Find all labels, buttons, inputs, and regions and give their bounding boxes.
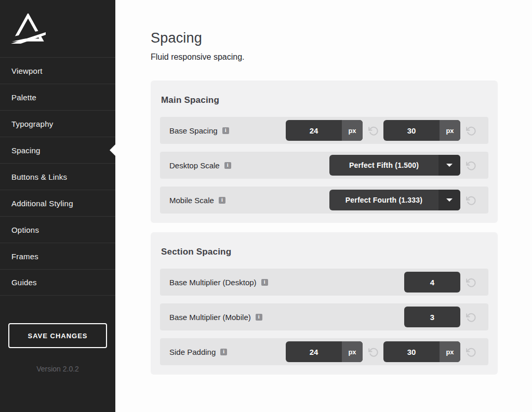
reset-button[interactable] (465, 125, 476, 136)
setting-label: Base Multiplier (Desktop) (169, 278, 257, 287)
sidebar-item-label: Viewport (11, 67, 43, 75)
info-icon[interactable]: i (256, 314, 262, 321)
sidebar: Viewport Palette Typography Spacing Butt… (0, 0, 115, 412)
reset-button[interactable] (465, 194, 476, 206)
unit-label: px (440, 341, 460, 362)
page-title: Spacing (151, 30, 532, 46)
setting-label: Base Spacing (169, 126, 218, 135)
sidebar-item-frames[interactable]: Frames (0, 243, 115, 269)
save-changes-button[interactable]: SAVE CHANGES (8, 323, 107, 348)
setting-row-side-padding: Side Padding i px px (160, 338, 488, 365)
card-title: Main Spacing (161, 95, 488, 105)
sidebar-item-guides[interactable]: Guides (0, 269, 115, 296)
reset-rotate-ccw-icon (466, 312, 476, 323)
info-icon[interactable]: i (220, 349, 227, 355)
sidebar-item-label: Spacing (11, 146, 41, 155)
info-icon[interactable]: i (261, 279, 268, 286)
settings-cards: Main Spacing Base Spacing i px (151, 81, 498, 375)
setting-label: Base Multiplier (Mobile) (169, 313, 251, 322)
page-subtitle: Fluid responsive spacing. (151, 52, 532, 62)
select-value: Perfect Fifth (1.500) (329, 155, 438, 176)
sidebar-item-label: Buttons & Links (11, 172, 67, 181)
base-spacing-desktop-input-group: px (286, 120, 363, 141)
unit-label: px (440, 120, 460, 141)
mobile-scale-select[interactable]: Perfect Fourth (1.333) (329, 190, 460, 210)
sidebar-item-typography[interactable]: Typography (0, 110, 115, 137)
base-spacing-mobile-input[interactable] (383, 120, 440, 141)
side-padding-mobile-input-group: px (383, 341, 460, 362)
reset-button[interactable] (465, 346, 476, 357)
setting-row-mobile-scale: Mobile Scale i Perfect Fourth (1.333) (160, 187, 488, 214)
sidebar-item-buttons-links[interactable]: Buttons & Links (0, 163, 115, 190)
section-spacing-card: Section Spacing Base Multiplier (Desktop… (151, 232, 498, 375)
info-icon[interactable]: i (219, 197, 225, 204)
setting-label: Mobile Scale (169, 196, 214, 205)
base-multiplier-mobile-input[interactable] (404, 307, 460, 327)
chevron-down-icon (438, 190, 460, 210)
sidebar-item-label: Options (11, 225, 39, 234)
reset-rotate-ccw-icon (466, 160, 476, 171)
setting-row-desktop-scale: Desktop Scale i Perfect Fifth (1.500) (160, 152, 488, 179)
triangle-swoosh-logo-icon (9, 14, 47, 46)
sidebar-item-label: Additional Styling (11, 199, 73, 208)
base-spacing-mobile-input-group: px (383, 120, 460, 141)
app-logo (0, 0, 115, 57)
main-spacing-card: Main Spacing Base Spacing i px (151, 81, 498, 223)
desktop-scale-select[interactable]: Perfect Fifth (1.500) (329, 155, 460, 176)
setting-label: Desktop Scale (169, 161, 220, 170)
reset-rotate-ccw-icon (466, 195, 476, 206)
main-content: Spacing Fluid responsive spacing. Main S… (115, 0, 532, 412)
reset-button[interactable] (367, 125, 379, 136)
reset-button[interactable] (465, 276, 476, 288)
sidebar-item-label: Typography (11, 119, 53, 128)
version-label: Version 2.0.2 (0, 365, 115, 373)
sidebar-nav: Viewport Palette Typography Spacing Butt… (0, 57, 115, 296)
sidebar-item-viewport[interactable]: Viewport (0, 57, 115, 84)
reset-rotate-ccw-icon (368, 347, 379, 357)
chevron-down-icon (438, 155, 460, 176)
reset-rotate-ccw-icon (466, 347, 476, 357)
sidebar-item-palette[interactable]: Palette (0, 84, 115, 110)
unit-label: px (342, 341, 363, 362)
reset-rotate-ccw-icon (466, 277, 476, 288)
info-icon[interactable]: i (224, 162, 231, 169)
side-padding-desktop-input[interactable] (286, 341, 342, 362)
setting-row-base-multiplier-desktop: Base Multiplier (Desktop) i (160, 269, 488, 296)
sidebar-item-options[interactable]: Options (0, 216, 115, 243)
reset-rotate-ccw-icon (368, 125, 379, 136)
sidebar-item-label: Frames (11, 252, 38, 261)
reset-button[interactable] (465, 311, 476, 323)
sidebar-item-spacing[interactable]: Spacing (0, 137, 115, 163)
base-spacing-desktop-input[interactable] (286, 120, 342, 141)
active-item-arrow (110, 144, 115, 156)
side-padding-desktop-input-group: px (286, 341, 363, 362)
select-value: Perfect Fourth (1.333) (329, 190, 438, 210)
sidebar-item-label: Guides (11, 278, 37, 287)
unit-label: px (342, 120, 363, 141)
setting-label: Side Padding (169, 348, 216, 356)
setting-row-base-multiplier-mobile: Base Multiplier (Mobile) i (160, 303, 488, 330)
setting-row-base-spacing: Base Spacing i px px (160, 117, 488, 144)
card-title: Section Spacing (161, 247, 488, 257)
reset-rotate-ccw-icon (466, 125, 476, 136)
sidebar-item-label: Palette (11, 93, 36, 102)
info-icon[interactable]: i (222, 127, 229, 134)
sidebar-item-additional-styling[interactable]: Additional Styling (0, 190, 115, 216)
base-multiplier-desktop-input[interactable] (404, 272, 460, 293)
reset-button[interactable] (465, 160, 476, 171)
side-padding-mobile-input[interactable] (383, 341, 440, 362)
reset-button[interactable] (367, 346, 379, 357)
